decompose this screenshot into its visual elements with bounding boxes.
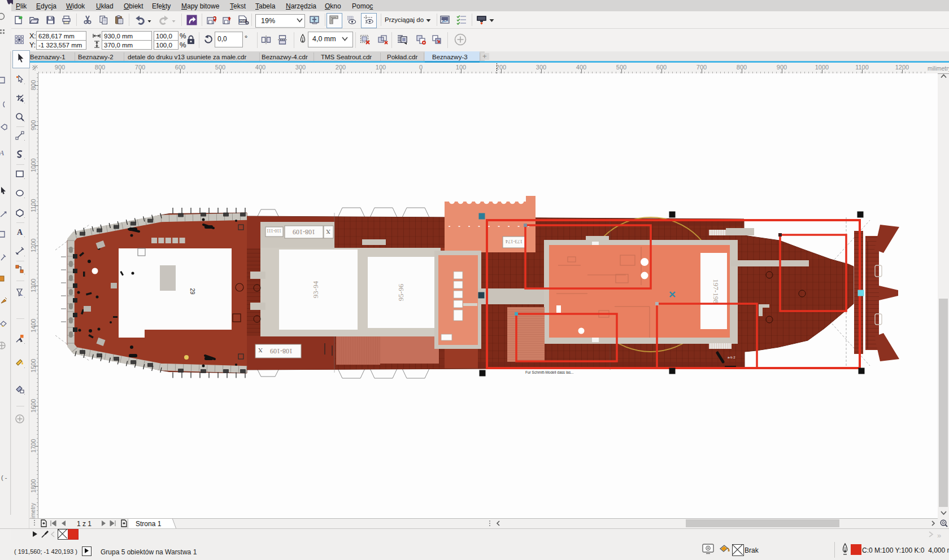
svg-text:X: X <box>258 347 263 354</box>
svg-text:A: A <box>0 148 4 156</box>
svg-text:173-174: 173-174 <box>506 239 523 244</box>
svg-text:93-94: 93-94 <box>311 281 320 298</box>
svg-text:95-96: 95-96 <box>397 283 405 301</box>
svg-text:PDF: PDF <box>240 19 246 23</box>
svg-text:a-b 2: a-b 2 <box>728 356 735 359</box>
svg-text:29: 29 <box>189 288 195 295</box>
svg-text:197-198: 197-198 <box>712 279 720 303</box>
svg-text:110-111: 110-111 <box>267 228 281 233</box>
svg-text:X: X <box>326 229 330 235</box>
svg-text:Fur Schmitt-Modell dass las...: Fur Schmitt-Modell dass las... <box>525 370 574 374</box>
svg-text:A: A <box>17 228 23 237</box>
svg-text:108-109: 108-109 <box>270 347 293 355</box>
svg-text:108-109: 108-109 <box>293 228 315 236</box>
